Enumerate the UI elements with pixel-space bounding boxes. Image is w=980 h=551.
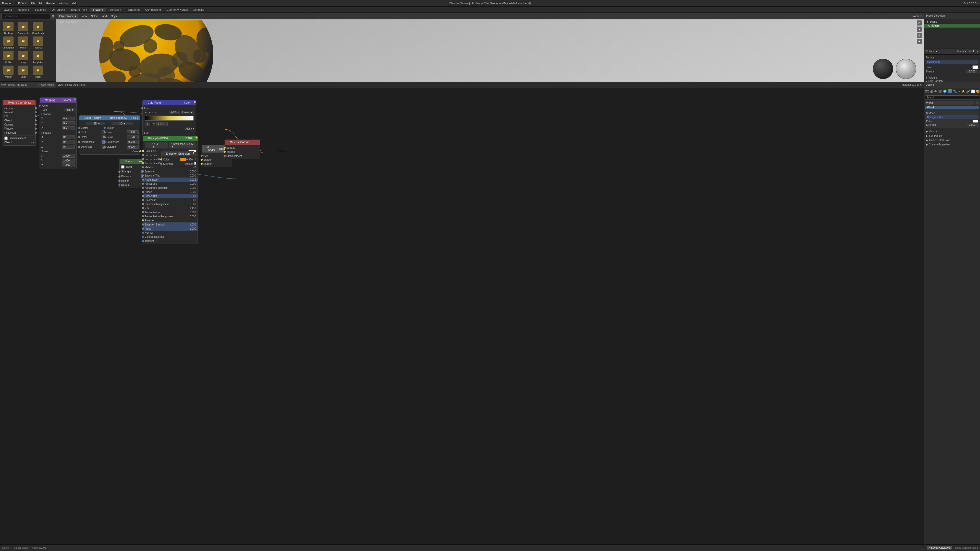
menu-help[interactable]: Help xyxy=(72,2,78,5)
sidebar-add-btn[interactable]: Add xyxy=(16,83,20,86)
file-item-videos[interactable]: 📁 Videos xyxy=(32,65,45,78)
material-add-btn[interactable]: + xyxy=(975,101,979,105)
emission-color-swatch[interactable] xyxy=(180,158,186,161)
material-name-field[interactable]: World xyxy=(925,101,974,105)
file-item-unity[interactable]: 📁 Unity xyxy=(17,65,30,78)
prop-icon-world[interactable]: 🌍 xyxy=(943,89,947,93)
viewport-view[interactable]: View xyxy=(80,14,88,18)
input-rot-x[interactable] xyxy=(62,135,75,139)
object-arrow-icon[interactable]: ↗ xyxy=(32,141,34,144)
tab-modeling[interactable]: Modeling xyxy=(15,8,32,12)
prop-icon-view[interactable]: 👁 xyxy=(934,89,937,93)
input-scale-x[interactable] xyxy=(62,154,75,158)
file-item-templates[interactable]: 📁 Templates xyxy=(32,51,45,64)
viewport-add[interactable]: Add xyxy=(101,14,108,18)
use-nodes-toggle[interactable]: ✓ Use Nodes xyxy=(38,83,55,86)
colorramp-gradient[interactable] xyxy=(145,116,194,121)
node-material-output[interactable]: Material Output Surface Volume Displacem… xyxy=(224,140,260,159)
node-emission[interactable]: Emission Emission Color 0.860 Strength 5… xyxy=(161,151,194,167)
object-picker-icon[interactable]: ⊙ xyxy=(30,141,32,144)
input-noise2-scale[interactable] xyxy=(127,130,138,134)
input-rot-y[interactable] xyxy=(62,140,75,144)
3d-viewport[interactable]: Object Mode ▼ View Select Add Object Glo… xyxy=(56,13,924,82)
tab-scripting[interactable]: Scripting xyxy=(191,8,207,12)
ambient-oc-prop-section[interactable]: ▶ Ambient Occlusion xyxy=(924,138,980,142)
prop-icon-render[interactable]: 📷 xyxy=(925,89,929,93)
node-editor[interactable]: Texture Coordinate Generated Normal UV xyxy=(0,88,924,545)
sidebar-node-btn[interactable]: Node xyxy=(21,83,27,86)
strength-prop-value[interactable]: 1.000 xyxy=(966,123,978,127)
prop-icon-output[interactable]: 🖨 xyxy=(930,89,933,93)
input-noise2-roughness[interactable] xyxy=(127,140,138,144)
prop-icon-particle[interactable]: ✦ xyxy=(958,89,960,93)
node-mapping[interactable]: Mapping Vector Vector Type Point ▼ Locat… xyxy=(40,97,76,169)
sun-position-section[interactable]: ▶ Sun Position xyxy=(926,79,978,82)
principled-subsurface[interactable]: Christensen-Burley ▼ xyxy=(169,142,196,148)
prop-icon-material[interactable]: 🎨 xyxy=(976,89,980,93)
node-toolbar-select[interactable]: Select xyxy=(65,83,72,86)
prop-icon-scene[interactable]: 🎬 xyxy=(938,89,942,93)
prop-icon-physics[interactable]: ⚡ xyxy=(961,89,965,93)
prop-scene-btn[interactable]: Scene ▼ xyxy=(956,50,967,53)
file-item-snap[interactable]: 📁 snap xyxy=(17,51,30,64)
from-instancer-checkbox[interactable] xyxy=(4,137,8,140)
file-item-music[interactable]: 📁 Music xyxy=(17,37,30,49)
principled-distribution[interactable]: GGX ▼ xyxy=(145,142,168,148)
prop-icon-modifier[interactable]: 🔧 xyxy=(953,89,957,93)
color-swatch[interactable] xyxy=(972,65,978,69)
custom-props-section[interactable]: ▶ Custom Properties xyxy=(924,142,980,147)
outliner-scene[interactable]: ▼Scene xyxy=(924,20,980,24)
tab-geometry-nodes[interactable]: Geometry Nodes xyxy=(164,8,190,12)
node-canvas[interactable]: Texture Coordinate Generated Normal UV xyxy=(0,95,924,545)
input-noise2-distortion[interactable] xyxy=(127,145,138,149)
volume-prop-section[interactable]: ▶ Volume xyxy=(924,129,980,134)
material-search-input[interactable] xyxy=(925,95,979,100)
shading-rendered-icon[interactable]: ☀ xyxy=(917,39,922,44)
node-texture-coordinate[interactable]: Texture Coordinate Generated Normal UV xyxy=(3,100,36,146)
input-scale-z[interactable] xyxy=(62,164,75,167)
prop-world-btn[interactable]: World ▼ xyxy=(969,50,978,53)
node-colorramp[interactable]: ColorRamp Color Fac ← ▼ → × RGB ▼ Linear… xyxy=(142,100,196,136)
input-scale-y[interactable] xyxy=(62,159,75,162)
prop-icon-data[interactable]: 📊 xyxy=(971,89,975,93)
global-label[interactable]: Global ▼ xyxy=(912,15,922,17)
outliner-sphere[interactable]: ⊙Sphere xyxy=(924,24,980,27)
surface-type-dropdown[interactable]: Background ▼ xyxy=(926,115,978,119)
sidebar-select-btn[interactable]: Select xyxy=(8,83,15,86)
file-item-downloads[interactable]: 📁 Downloads xyxy=(32,22,45,35)
shading-solid-icon[interactable]: ● xyxy=(917,27,922,32)
input-rot-z[interactable] xyxy=(62,145,75,149)
file-icon-grid[interactable]: ⊞ xyxy=(52,14,54,18)
bump-invert-checkbox[interactable] xyxy=(121,165,124,168)
world-list-item[interactable]: World xyxy=(925,106,979,110)
input-noise2-detail[interactable] xyxy=(127,135,138,139)
input-loc-y[interactable] xyxy=(62,121,75,125)
tab-uv-editing[interactable]: UV Editing xyxy=(49,8,68,12)
file-search-input[interactable] xyxy=(2,14,51,19)
input-colorramp-pos[interactable] xyxy=(156,122,168,126)
node-toolbar-node[interactable]: Node xyxy=(80,83,86,86)
node-noise-texture-2[interactable]: Noise Texture Fac ● 3D ▼ Vector Scale xyxy=(105,115,140,155)
tab-animation[interactable]: Animation xyxy=(106,8,124,12)
file-item-desktop[interactable]: 📁 Desktop xyxy=(2,22,15,35)
sun-position-prop-section[interactable]: ▶ Sun Position xyxy=(924,134,980,138)
viewport-object[interactable]: Object xyxy=(110,14,119,18)
activities-label[interactable]: Blender xyxy=(2,2,12,5)
tab-layout[interactable]: Layout xyxy=(1,8,14,12)
file-item-public[interactable]: 📁 Public xyxy=(2,51,15,64)
prop-icon-obj[interactable]: ⊙ xyxy=(948,89,952,94)
input-loc-z[interactable] xyxy=(62,126,75,130)
surface-background[interactable]: Background xyxy=(926,60,978,64)
blender-menu[interactable]: ☰ Blender xyxy=(15,2,28,5)
viewport-object-mode[interactable]: Object Mode ▼ xyxy=(58,14,78,18)
colorramp-linear-mode[interactable]: Linear ▼ xyxy=(181,111,194,114)
noise2-3d-mode[interactable]: 3D ▼ xyxy=(111,122,133,125)
file-item-pictures[interactable]: 📁 Pictures xyxy=(32,37,45,49)
volume-section[interactable]: ▶ Volume xyxy=(926,76,978,79)
menu-render[interactable]: Render xyxy=(46,2,56,5)
menu-window[interactable]: Window xyxy=(59,2,68,5)
mapping-type-value[interactable]: Point ▼ xyxy=(64,108,75,111)
tab-texture-paint[interactable]: Texture Paint xyxy=(68,8,89,12)
tab-compositing[interactable]: Compositing xyxy=(143,8,163,12)
tab-sculpting[interactable]: Sculpting xyxy=(32,8,49,12)
